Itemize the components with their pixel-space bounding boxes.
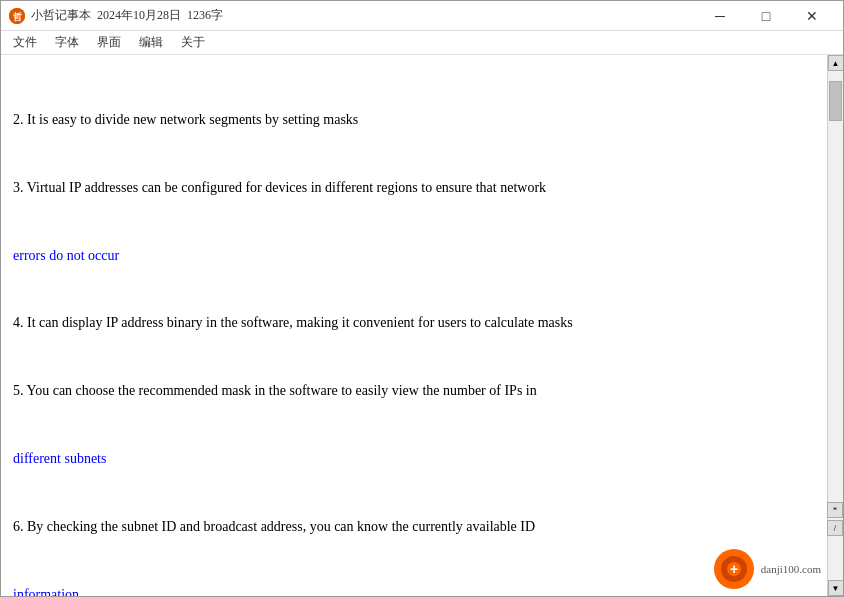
svg-text:+: + bbox=[730, 561, 738, 577]
menu-font[interactable]: 字体 bbox=[47, 32, 87, 53]
main-window: 哲 小哲记事本 2024年10月28日 1236字 ─ □ ✕ 文件 字体 界面… bbox=[0, 0, 844, 597]
minimize-button[interactable]: ─ bbox=[697, 1, 743, 31]
line-3: errors do not occur bbox=[13, 244, 815, 267]
menu-bar: 文件 字体 界面 编辑 关于 bbox=[1, 31, 843, 55]
watermark-logo: + bbox=[713, 548, 755, 590]
svg-text:哲: 哲 bbox=[12, 12, 23, 22]
slash-button[interactable]: / bbox=[827, 520, 843, 536]
char-count: 1236字 bbox=[187, 8, 223, 22]
title-bar: 哲 小哲记事本 2024年10月28日 1236字 ─ □ ✕ bbox=[1, 1, 843, 31]
window-date: 2024年10月28日 bbox=[97, 8, 181, 22]
menu-file[interactable]: 文件 bbox=[5, 32, 45, 53]
line-6: different subnets bbox=[13, 447, 815, 470]
menu-edit[interactable]: 编辑 bbox=[131, 32, 171, 53]
line-7: 6. By checking the subnet ID and broadca… bbox=[13, 515, 815, 538]
maximize-button[interactable]: □ bbox=[743, 1, 789, 31]
app-icon: 哲 bbox=[9, 8, 25, 24]
menu-about[interactable]: 关于 bbox=[173, 32, 213, 53]
scroll-up-arrow[interactable]: ▲ bbox=[828, 55, 844, 71]
scroll-down-arrow[interactable]: ▼ bbox=[828, 580, 844, 596]
line-4: 4. It can display IP address binary in t… bbox=[13, 311, 815, 334]
text-editor[interactable]: 2. It is easy to divide new network segm… bbox=[1, 55, 827, 596]
line-1: 2. It is easy to divide new network segm… bbox=[13, 108, 815, 131]
scrollbar[interactable]: ▲ * / ▼ bbox=[827, 55, 843, 596]
editor-area: 2. It is easy to divide new network segm… bbox=[1, 55, 843, 596]
line-8: information bbox=[13, 583, 815, 596]
scrollbar-thumb[interactable] bbox=[829, 81, 842, 121]
watermark-site: danji100.com bbox=[761, 563, 821, 575]
star-button[interactable]: * bbox=[827, 502, 843, 518]
menu-interface[interactable]: 界面 bbox=[89, 32, 129, 53]
watermark-area: + danji100.com bbox=[713, 548, 821, 590]
window-controls: ─ □ ✕ bbox=[697, 1, 835, 31]
app-name: 小哲记事本 bbox=[31, 8, 91, 22]
line-2: 3. Virtual IP addresses can be configure… bbox=[13, 176, 815, 199]
line-5: 5. You can choose the recommended mask i… bbox=[13, 379, 815, 402]
window-title: 小哲记事本 2024年10月28日 1236字 bbox=[31, 7, 697, 24]
close-button[interactable]: ✕ bbox=[789, 1, 835, 31]
